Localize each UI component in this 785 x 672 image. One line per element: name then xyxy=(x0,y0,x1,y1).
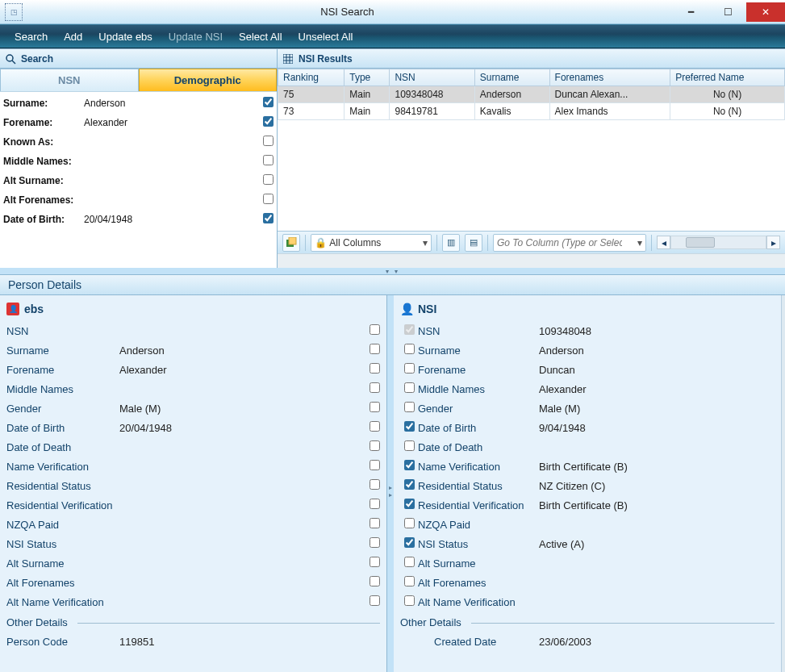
ebs-altsurname-check[interactable] xyxy=(370,557,380,567)
ebs-surname-check[interactable] xyxy=(370,344,380,354)
nsi-resstat-check[interactable] xyxy=(404,479,415,490)
ebs-gender-check[interactable] xyxy=(370,402,380,412)
maximize-button[interactable]: ☐ xyxy=(709,2,746,22)
ebs-resstat-check[interactable] xyxy=(370,479,380,490)
nsi-nsn-check[interactable] xyxy=(404,324,415,335)
nsi-forename-check[interactable] xyxy=(404,363,415,374)
nsi-resver-check[interactable] xyxy=(404,499,415,509)
ebs-nsn-check[interactable] xyxy=(370,324,380,335)
field-altsurname-label: Alt Surname: xyxy=(3,175,84,186)
separator xyxy=(651,235,652,251)
separator xyxy=(305,235,306,251)
field-surname-value[interactable]: Anderson xyxy=(84,98,261,109)
field-altforenames-check[interactable] xyxy=(263,194,273,204)
ebs-title: ebs xyxy=(24,303,44,315)
menu-search[interactable]: Search xyxy=(6,27,56,46)
svg-line-1 xyxy=(12,61,15,64)
search-pane-header: Search xyxy=(0,49,277,69)
field-altsurname-check[interactable] xyxy=(263,174,273,185)
field-knownas-check[interactable] xyxy=(263,136,273,146)
export-button[interactable] xyxy=(282,234,300,252)
scroll-left-button[interactable]: ◂ xyxy=(657,236,670,249)
layout-button-2[interactable]: ▤ xyxy=(465,234,482,252)
nsi-nzqa-check[interactable] xyxy=(404,518,415,528)
table-row[interactable]: 73 Main 98419781 Kavalis Alex Imands No … xyxy=(278,103,785,120)
goto-column-combo[interactable]: ▾ xyxy=(493,234,646,252)
tab-nsn[interactable]: NSN xyxy=(0,69,139,91)
system-menu-icon[interactable]: ◳ xyxy=(5,3,23,21)
menu-add[interactable]: Add xyxy=(56,27,90,46)
col-surname[interactable]: Surname xyxy=(474,69,549,86)
minimize-button[interactable]: ━ xyxy=(672,2,709,22)
menu-update-nsi: Update NSI xyxy=(161,27,231,46)
field-dob-value[interactable]: 20/04/1948 xyxy=(84,214,261,225)
ebs-forename-check[interactable] xyxy=(370,363,380,374)
ebs-dod-check[interactable] xyxy=(370,440,380,451)
results-table: Ranking Type NSN Surname Forenames Prefe… xyxy=(278,69,785,120)
layout-button-1[interactable]: ▥ xyxy=(442,234,460,252)
search-form: Surname:Anderson Forename:Alexander Know… xyxy=(0,91,277,268)
col-ranking[interactable]: Ranking xyxy=(278,69,344,86)
menu-update-ebs[interactable]: Update ebs xyxy=(90,27,161,46)
vertical-splitter[interactable]: ▸▸ xyxy=(387,295,394,672)
results-pane-header: NSI Results xyxy=(278,49,785,69)
tab-demographic[interactable]: Demographic xyxy=(139,69,278,91)
col-preferred[interactable]: Preferred Name xyxy=(670,69,785,86)
col-forenames[interactable]: Forenames xyxy=(549,69,670,86)
ebs-altnamever-check[interactable] xyxy=(370,595,380,606)
scroll-right-button[interactable]: ▸ xyxy=(766,236,780,249)
nsi-gender-check[interactable] xyxy=(404,402,415,412)
field-surname-label: Surname: xyxy=(3,98,84,109)
columns-combo[interactable]: 🔒 All Columns ▾ xyxy=(311,234,432,252)
table-row[interactable]: 75 Main 109348048 Anderson Duncan Alexan… xyxy=(278,86,785,103)
titlebar: ◳ NSI Search ━ ☐ ✕ xyxy=(0,0,785,24)
nsi-middle-check[interactable] xyxy=(404,382,415,393)
nsi-nsistat-check[interactable] xyxy=(404,537,415,548)
nsi-altnamever-check[interactable] xyxy=(404,595,415,606)
col-nsn[interactable]: NSN xyxy=(390,69,474,86)
col-type[interactable]: Type xyxy=(344,69,390,86)
field-forename-check[interactable] xyxy=(263,116,273,127)
scroll-thumb[interactable] xyxy=(686,237,715,248)
field-middle-check[interactable] xyxy=(263,155,273,165)
nsi-column: 👤 NSI NSN109348048 SurnameAnderson Foren… xyxy=(394,295,781,672)
ebs-resver-check[interactable] xyxy=(370,499,380,509)
chevron-down-icon: ▾ xyxy=(637,237,642,248)
ebs-column: 👤 ebs NSN SurnameAnderson ForenameAlexan… xyxy=(0,295,387,672)
field-surname-check[interactable] xyxy=(263,97,273,107)
svg-point-0 xyxy=(6,55,13,61)
nsi-surname-check[interactable] xyxy=(404,344,415,354)
field-altforenames-label: Alt Forenames: xyxy=(3,194,84,206)
person-details-header: Person Details xyxy=(0,274,785,295)
field-forename-value[interactable]: Alexander xyxy=(84,117,261,128)
menu-unselect-all[interactable]: Unselect All xyxy=(290,27,361,46)
results-pane-title: NSI Results xyxy=(299,53,353,65)
ebs-dob-check[interactable] xyxy=(370,421,380,432)
ebs-other-legend: Other Details xyxy=(6,616,380,628)
svg-rect-8 xyxy=(289,237,296,244)
nsi-namever-check[interactable] xyxy=(404,460,415,470)
search-pane-title: Search xyxy=(21,53,53,65)
ebs-nsistat-check[interactable] xyxy=(370,537,380,548)
field-dob-check[interactable] xyxy=(263,213,273,223)
nsi-dob-check[interactable] xyxy=(404,421,415,432)
menu-select-all[interactable]: Select All xyxy=(231,27,290,46)
goto-column-input[interactable] xyxy=(497,237,622,248)
results-hscrollbar[interactable] xyxy=(278,253,785,268)
results-pane: NSI Results Ranking Type NSN Surname For… xyxy=(278,49,785,268)
nsi-altsurname-check[interactable] xyxy=(404,557,415,567)
results-toolbar: 🔒 All Columns ▾ ▥ ▤ ▾ ◂ xyxy=(278,231,785,253)
window-title: NSI Search xyxy=(23,6,672,18)
horizontal-splitter[interactable]: ▾ ▾ xyxy=(0,268,785,274)
ebs-altfore-check[interactable] xyxy=(370,576,380,586)
field-knownas-label: Known As: xyxy=(3,136,84,148)
nsi-altfore-check[interactable] xyxy=(404,576,415,586)
nsi-dod-check[interactable] xyxy=(404,440,415,451)
ebs-middle-check[interactable] xyxy=(370,382,380,393)
ebs-nzqa-check[interactable] xyxy=(370,518,380,528)
ebs-icon: 👤 xyxy=(6,303,19,315)
grid-icon xyxy=(282,53,294,65)
ebs-namever-check[interactable] xyxy=(370,460,380,470)
details-vscrollbar[interactable] xyxy=(781,295,785,672)
close-button[interactable]: ✕ xyxy=(746,2,785,22)
